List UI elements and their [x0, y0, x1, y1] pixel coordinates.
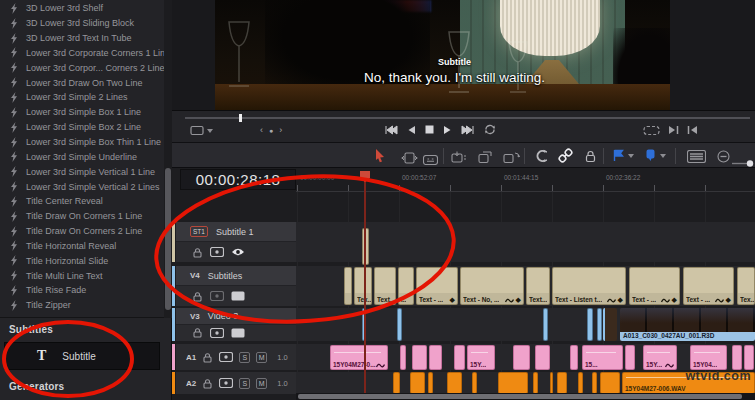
lock-icon[interactable]	[192, 247, 203, 258]
audio-clip[interactable]: 15...	[582, 345, 623, 370]
mute-button[interactable]: M	[256, 352, 267, 363]
play-around-forward-button[interactable]	[668, 125, 680, 135]
lock-icon[interactable]	[192, 291, 203, 302]
playhead-marker-icon[interactable]	[359, 170, 371, 183]
audio-clip[interactable]	[600, 372, 620, 394]
audio-clip[interactable]	[472, 372, 477, 394]
audio-clip[interactable]	[732, 345, 742, 370]
audio-clip[interactable]	[447, 372, 462, 394]
audio-clip[interactable]	[592, 372, 597, 394]
audio-clip[interactable]	[393, 372, 400, 394]
viewer-scrub-bar[interactable]	[185, 117, 750, 119]
subtitle-text-clip[interactable]: Text - ...◆	[416, 267, 458, 305]
audio-clip[interactable]	[498, 372, 528, 394]
track-header-a1[interactable]: A1 S M 1.0	[176, 344, 296, 370]
subtitle-text-clip[interactable]: Text - ...◆	[629, 267, 680, 305]
track-header-a2[interactable]: A2 S M 1.0	[176, 372, 296, 394]
solo-button[interactable]: S	[239, 378, 250, 389]
play-button[interactable]	[443, 125, 452, 135]
audio-clip[interactable]	[428, 372, 433, 394]
marker-button[interactable]	[645, 149, 666, 162]
title-template-item[interactable]: 3D Lower 3rd Text In Tube	[0, 31, 164, 46]
audio-clip[interactable]	[570, 345, 578, 370]
video-clip[interactable]: A013_C030_0427AU_001.R3D	[620, 308, 755, 341]
track-enable-icon[interactable]	[231, 291, 245, 301]
title-template-item[interactable]: Title Draw On Corners 1 Line	[0, 209, 164, 224]
linked-selection-button[interactable]	[558, 148, 573, 167]
lock-icon[interactable]	[202, 352, 213, 363]
audio-clip[interactable]	[429, 345, 442, 370]
auto-select-icon[interactable]	[219, 352, 233, 362]
snapping-button[interactable]	[534, 149, 547, 167]
mute-button[interactable]: M	[256, 378, 267, 389]
go-to-end-button[interactable]	[461, 125, 474, 135]
solo-button[interactable]: S	[239, 352, 250, 363]
zoom-out-icon[interactable]	[717, 149, 730, 167]
title-template-item[interactable]: Title Horizontal Slide	[0, 253, 164, 268]
go-to-start-button[interactable]	[385, 125, 398, 135]
stop-button[interactable]	[425, 125, 434, 134]
overwrite-clip-button[interactable]	[478, 150, 493, 168]
subtitle-text-clip[interactable]: Tex...	[737, 267, 755, 305]
loop-region-button[interactable]	[643, 125, 660, 136]
title-template-item[interactable]: Title Multi Line Text	[0, 268, 164, 283]
track-header-v4[interactable]: V4 Subtitles	[176, 266, 296, 306]
subtitle-text-clip[interactable]: Text...	[374, 267, 396, 305]
title-template-item[interactable]: Lower 3rd Simple 2 Lines	[0, 90, 164, 105]
audio-clip[interactable]	[557, 372, 567, 394]
audio-clip[interactable]: 15Y...	[467, 345, 495, 370]
subtitle-text-clip[interactable]: Text - Listen t...◆	[552, 267, 626, 305]
subtitle-text-clip[interactable]: Text - No, ...◆	[460, 267, 524, 305]
track-enable-icon[interactable]	[231, 328, 245, 338]
title-template-item[interactable]: Lower 3rd Simple Box 1 Line	[0, 105, 164, 120]
timeline-view-options-button[interactable]	[687, 149, 706, 167]
audio-clip[interactable]	[744, 345, 754, 370]
video-clip[interactable]	[543, 308, 548, 341]
position-lock-button[interactable]	[584, 149, 597, 167]
subtitle-text-clip[interactable]: Tex...	[354, 267, 372, 305]
audio-clip[interactable]	[400, 345, 406, 370]
title-template-item[interactable]: 3D Lower 3rd Sliding Block	[0, 16, 164, 31]
lock-icon[interactable]	[192, 327, 203, 338]
track-header-v3[interactable]: V3 Video 3	[176, 308, 296, 341]
title-template-item[interactable]: Lower 3rd Simple Vertical 2 Lines	[0, 179, 164, 194]
audio-clip[interactable]	[535, 345, 550, 370]
timeline-horizontal-scrollbar[interactable]	[296, 393, 755, 400]
auto-select-icon[interactable]	[219, 378, 233, 388]
audio-clip[interactable]	[625, 345, 635, 370]
timeline-scrollbar-thumb[interactable]	[298, 394, 742, 399]
eye-visibility-icon[interactable]	[231, 247, 245, 257]
title-template-item[interactable]: Lower 3rd Simple Box Thin 1 Line	[0, 135, 164, 150]
title-template-item[interactable]: Title Horizontal Reveal	[0, 239, 164, 254]
lock-icon[interactable]	[202, 378, 213, 389]
flag-button[interactable]	[613, 149, 634, 162]
title-template-item[interactable]: 3D Lower 3rd Shelf	[0, 1, 164, 16]
selection-tool-button[interactable]	[374, 148, 386, 167]
title-template-item[interactable]: Lower 3rd Corpor... Corners 2 Lines	[0, 60, 164, 75]
subtitle-text-clip[interactable]: ...	[398, 267, 414, 305]
title-template-item[interactable]: Lower 3rd Simple Underline	[0, 149, 164, 164]
scrub-playhead[interactable]	[239, 114, 242, 122]
title-template-item[interactable]: Lower 3rd Simple Vertical 1 Line	[0, 164, 164, 179]
title-template-item[interactable]: Title Zipper	[0, 298, 164, 313]
viewer-sizing-button[interactable]	[190, 125, 213, 136]
auto-select-icon[interactable]	[210, 291, 224, 301]
title-template-item[interactable]: Title Center Reveal	[0, 194, 164, 209]
title-template-item[interactable]: Title Draw On Corners 2 Line	[0, 224, 164, 239]
play-around-back-button[interactable]	[686, 125, 698, 135]
loop-button[interactable]	[483, 124, 497, 135]
step-back-button[interactable]	[407, 125, 416, 135]
auto-select-icon[interactable]	[210, 328, 224, 338]
video-clip[interactable]	[603, 308, 617, 341]
audio-clip[interactable]	[578, 372, 583, 394]
auto-select-icon[interactable]	[210, 247, 224, 257]
track-header-st1[interactable]: ST1 Subtitle 1	[176, 222, 296, 262]
video-clip[interactable]	[397, 308, 402, 341]
audio-clip[interactable]	[513, 345, 530, 370]
audio-clip[interactable]	[412, 345, 427, 370]
title-template-item[interactable]: Title Rise Fade	[0, 283, 164, 298]
audio-clip[interactable]	[410, 372, 425, 394]
title-template-item[interactable]: Lower 3rd Simple Box 2 Line	[0, 120, 164, 135]
audio-clip[interactable]: 15Y04M27-0...	[330, 345, 388, 370]
video-clip[interactable]	[597, 308, 602, 341]
